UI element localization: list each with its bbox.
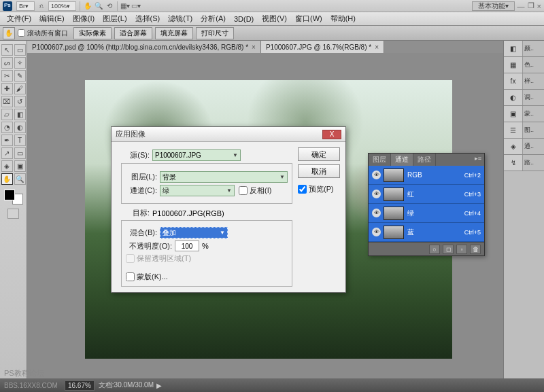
channel-select[interactable]: 绿▼ xyxy=(160,185,235,196)
blur-tool[interactable]: ◔ xyxy=(1,122,13,133)
visibility-icon[interactable]: 👁 xyxy=(372,209,381,217)
menu-layer[interactable]: 图层(L) xyxy=(99,14,131,24)
brush-tool[interactable]: 🖌 xyxy=(14,83,26,94)
fill-screen-button[interactable]: 填充屏幕 xyxy=(155,27,193,39)
print-size-button[interactable]: 打印尺寸 xyxy=(196,27,234,39)
tab-doc2[interactable]: P1000607.JPG @ 16.7%(RGB/8) *× xyxy=(261,41,384,53)
ok-button[interactable]: 确定 xyxy=(298,147,340,161)
close-icon[interactable]: × xyxy=(375,43,379,51)
minimize-button[interactable]: — xyxy=(517,2,525,10)
blend-select[interactable]: 叠加▼ xyxy=(160,227,228,238)
mask-checkbox[interactable]: 蒙版(K)... xyxy=(126,272,288,282)
camera-tool[interactable]: ▣ xyxy=(14,160,26,172)
move-tool[interactable]: ↖ xyxy=(1,44,13,56)
close-button[interactable]: × xyxy=(537,2,541,10)
channel-item[interactable]: 👁红Ctrl+3 xyxy=(369,185,484,204)
dodge-tool[interactable]: ◐ xyxy=(14,122,26,133)
dock-label[interactable]: 调.. xyxy=(523,90,544,105)
heal-tool[interactable]: ✚ xyxy=(1,83,13,94)
zoom-select[interactable]: 100% ▾ xyxy=(48,1,76,11)
tab-doc1[interactable]: P1000607.psd @ 100% (http://blog.sina.co… xyxy=(27,41,261,53)
channel-item[interactable]: 👁绿Ctrl+4 xyxy=(369,204,484,223)
fit-screen-button[interactable]: 适合屏幕 xyxy=(114,27,152,39)
menu-help[interactable]: 帮助(H) xyxy=(326,14,360,24)
dock-label[interactable]: 蒙.. xyxy=(523,106,544,122)
chevron-right-icon[interactable]: ▶ xyxy=(156,382,162,389)
current-tool-icon[interactable]: ✋ xyxy=(3,27,15,39)
eraser-tool[interactable]: ▱ xyxy=(1,109,13,120)
menu-view[interactable]: 视图(V) xyxy=(258,14,291,24)
new-channel-icon[interactable]: ▫ xyxy=(456,245,467,254)
screenmode-icon[interactable]: ▭▾ xyxy=(131,1,141,11)
rotate-icon[interactable]: ⟲ xyxy=(105,1,114,11)
dock-label[interactable]: 图.. xyxy=(523,122,544,138)
layers-panel-icon[interactable]: ☰ xyxy=(504,122,523,138)
panel-tab-layers[interactable]: 图层 xyxy=(369,154,391,166)
workspace-switcher[interactable]: 基本功能 ▾ xyxy=(472,1,515,11)
dialog-titlebar[interactable]: 应用图像 X xyxy=(112,127,345,142)
menu-image[interactable]: 图像(I) xyxy=(69,14,99,24)
dock-label[interactable]: 通.. xyxy=(523,139,544,154)
save-selection-icon[interactable]: ◻ xyxy=(443,245,454,254)
type-tool[interactable]: T xyxy=(14,135,26,146)
dock-label[interactable]: 路.. xyxy=(523,155,544,171)
menu-filter[interactable]: 滤镜(T) xyxy=(164,14,197,24)
channels-panel-icon[interactable]: ◈ xyxy=(504,139,523,154)
dock-label[interactable]: 颜.. xyxy=(523,41,544,56)
channel-item[interactable]: 👁RGBCtrl+2 xyxy=(369,166,484,185)
menu-analysis[interactable]: 分析(A) xyxy=(197,14,230,24)
gradient-tool[interactable]: ◧ xyxy=(14,109,26,120)
menu-3d[interactable]: 3D(D) xyxy=(230,15,258,23)
color-swatch[interactable] xyxy=(4,190,23,204)
visibility-icon[interactable]: 👁 xyxy=(372,190,381,198)
visibility-icon[interactable]: 👁 xyxy=(372,228,381,236)
stamp-tool[interactable]: ⌧ xyxy=(1,96,13,107)
zoom-field[interactable]: 16.67% xyxy=(65,380,95,391)
zoom-icon[interactable]: 🔍 xyxy=(94,1,103,11)
path-tool[interactable]: ↗ xyxy=(1,147,13,159)
history-icon[interactable]: ⎌ xyxy=(37,1,46,11)
crop-tool[interactable]: ✂ xyxy=(1,70,13,82)
hand-icon[interactable]: ✋ xyxy=(83,1,92,11)
close-icon[interactable]: × xyxy=(252,43,256,51)
pen-tool[interactable]: ✒ xyxy=(1,135,13,146)
actual-pixels-button[interactable]: 实际像素 xyxy=(73,27,112,39)
eyedrop-tool[interactable]: ✎ xyxy=(14,70,26,82)
menu-window[interactable]: 窗口(W) xyxy=(291,14,326,24)
paths-panel-icon[interactable]: ↯ xyxy=(504,155,523,171)
channel-item[interactable]: 👁蓝Ctrl+5 xyxy=(369,223,484,242)
bridge-select[interactable]: Br ▾ xyxy=(16,1,35,11)
dock-label[interactable]: 色.. xyxy=(523,57,544,73)
panel-menu-icon[interactable]: ▸≡ xyxy=(472,154,484,166)
panel-tab-paths[interactable]: 路径 xyxy=(413,154,436,166)
panel-tab-channels[interactable]: 通道 xyxy=(391,154,413,166)
arrange-icon[interactable]: ▦▾ xyxy=(120,1,130,11)
dock-label[interactable]: 样.. xyxy=(523,73,544,89)
adjust-panel-icon[interactable]: ◐ xyxy=(504,90,523,105)
visibility-icon[interactable]: 👁 xyxy=(372,171,381,179)
swatch-panel-icon[interactable]: ▦ xyxy=(504,57,523,73)
scroll-all-checkbox[interactable]: 滚动所有窗口 xyxy=(18,29,68,38)
shape-tool[interactable]: ▭ xyxy=(14,147,26,159)
wand-tool[interactable]: ✧ xyxy=(14,57,26,69)
source-select[interactable]: P1000607.JPG▼ xyxy=(152,149,241,161)
zoom-tool[interactable]: 🔍 xyxy=(14,173,26,185)
layer-select[interactable]: 背景▼ xyxy=(160,171,288,183)
3d-tool[interactable]: ◈ xyxy=(1,160,13,172)
menu-file[interactable]: 文件(F) xyxy=(3,14,35,24)
restore-button[interactable]: ❐ xyxy=(528,1,534,10)
marquee-tool[interactable]: ▭ xyxy=(14,44,26,56)
opacity-input[interactable] xyxy=(175,240,199,251)
lasso-tool[interactable]: ᔕ xyxy=(1,57,13,69)
styles-panel-icon[interactable]: fx xyxy=(504,73,523,89)
menu-edit[interactable]: 编辑(E) xyxy=(35,14,69,24)
dialog-close-button[interactable]: X xyxy=(322,130,341,139)
delete-channel-icon[interactable]: 🗑 xyxy=(470,245,481,254)
invert-checkbox[interactable]: 反相(I) xyxy=(239,185,271,196)
menu-select[interactable]: 选择(S) xyxy=(131,14,165,24)
cancel-button[interactable]: 取消 xyxy=(298,164,340,178)
preview-checkbox[interactable]: 预览(P) xyxy=(298,184,340,194)
color-panel-icon[interactable]: ◧ xyxy=(504,41,523,56)
quickmask-toggle[interactable] xyxy=(7,209,19,219)
load-selection-icon[interactable]: ○ xyxy=(429,245,440,254)
